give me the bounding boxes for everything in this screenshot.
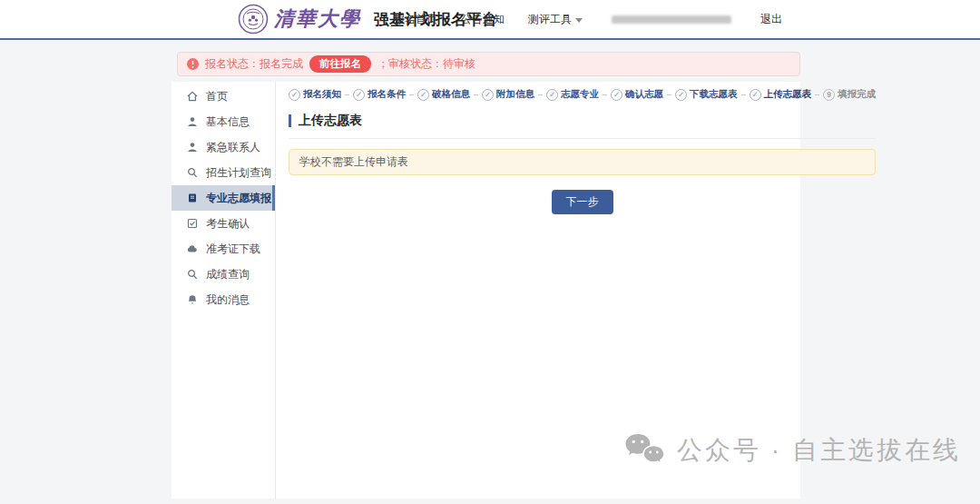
step-done-icon: ✓ [675,89,687,101]
user-icon [187,116,198,127]
step-done-icon: ✓ [546,89,558,101]
step-separator [409,94,414,95]
step-separator [345,94,349,95]
university-seal-icon [238,4,269,35]
sidebar-item-candidate-confirm[interactable]: 考生确认 [172,211,275,236]
sidebar-item-ticket-download[interactable]: 准考证下载 [172,236,275,262]
step-separator [667,94,671,95]
step-complete: 9 填报完成 [823,88,876,101]
step-separator [538,94,543,95]
sidebar-item-emergency-contact[interactable]: 紧急联系人 [172,134,275,160]
step-download-form: ✓ 下载志愿表 [675,88,738,101]
step-separator [815,94,819,95]
next-step-button[interactable]: 下一步 [552,190,613,214]
user-icon [187,142,198,153]
status-alert-bar: 报名状态：报名完成 前往报名 ；审核状态：待审核 [177,52,800,76]
nav-item-label: 公告通知 [461,12,505,27]
top-navigation: 报名首页 公告通知 测评工具 退出 [394,0,782,38]
step-done-icon: ✓ [750,89,761,101]
form-icon [187,193,198,203]
notice-box: 学校不需要上传申请表 [289,149,876,175]
section-header: 上传志愿表 [289,113,876,139]
step-done-icon: ✓ [353,89,365,101]
nav-item-tools[interactable]: 测评工具 [528,12,583,27]
section-title: 上传志愿表 [299,113,362,129]
registration-status-text: 报名状态：报名完成 [205,56,303,72]
university-name: 清華大學 [274,5,361,33]
sidebar-item-label: 紧急联系人 [206,140,260,155]
home-icon [187,91,198,102]
step-done-icon: ✓ [482,89,494,101]
nav-item-announcements[interactable]: 公告通知 [461,12,505,27]
step-separator [741,94,746,95]
nav-item-home[interactable]: 报名首页 [394,12,437,27]
sidebar: 首页 基本信息 紧急联系人 招生计划查询 专业志愿填报 [172,82,276,499]
sidebar-item-label: 基本信息 [206,114,250,130]
chevron-down-icon [575,18,583,23]
sidebar-item-label: 准考证下载 [206,242,260,257]
step-confirm-preference: ✓ 确认志愿 [611,88,663,101]
app-header: 清華大學 强基计划报名平台 报名首页 公告通知 测评工具 退出 [0,0,980,40]
section-accent-bar [289,114,291,127]
sidebar-item-label: 专业志愿填报 [206,191,271,206]
step-separator [474,94,478,95]
step-upload-form: ✓ 上传志愿表 [750,88,812,101]
sidebar-item-score-query[interactable]: 成绩查询 [172,262,275,287]
sidebar-item-basic-info[interactable]: 基本信息 [172,109,275,134]
bell-icon [187,294,198,305]
content-area: ✓ 报名须知 ✓ 报名条件 ✓ 破格信息 ✓ 附加信息 ✓ 志愿专业 ✓ 确认志… [276,82,889,499]
search-icon [187,167,198,178]
main-card: 首页 基本信息 紧急联系人 招生计划查询 专业志愿填报 [172,82,800,499]
sidebar-item-admission-plan[interactable]: 招生计划查询 [172,160,275,185]
step-preferred-major: ✓ 志愿专业 [546,88,599,101]
nav-item-label: 测评工具 [528,12,572,27]
sidebar-item-label: 成绩查询 [206,267,250,282]
progress-steps: ✓ 报名须知 ✓ 报名条件 ✓ 破格信息 ✓ 附加信息 ✓ 志愿专业 ✓ 确认志… [289,88,876,101]
sidebar-item-label: 招生计划查询 [206,165,271,181]
step-number-icon: 9 [823,89,835,101]
sidebar-item-label: 首页 [206,89,228,104]
cloud-download-icon [187,243,198,254]
user-name-redacted [612,15,731,24]
sidebar-item-my-messages[interactable]: 我的消息 [172,287,275,312]
sidebar-item-home[interactable]: 首页 [172,84,275,109]
sidebar-item-major-preference[interactable]: 专业志愿填报 [172,185,275,211]
step-additional-info: ✓ 附加信息 [482,88,534,101]
step-separator [603,94,607,95]
check-square-icon [187,218,198,229]
step-done-icon: ✓ [611,89,622,101]
step-conditions: ✓ 报名条件 [353,88,406,101]
search-icon [187,269,198,280]
logout-link[interactable]: 退出 [760,12,782,27]
go-register-button[interactable]: 前往报名 [309,55,371,73]
review-status-text: ；审核状态：待审核 [377,56,475,72]
sidebar-item-label: 我的消息 [206,292,250,308]
step-done-icon: ✓ [417,89,429,101]
step-done-icon: ✓ [289,89,300,101]
sidebar-item-label: 考生确认 [206,216,250,232]
logout-label: 退出 [760,12,782,27]
step-notice: ✓ 报名须知 [289,88,341,101]
alert-icon [187,58,199,70]
nav-item-label: 报名首页 [394,12,437,27]
step-exception-info: ✓ 破格信息 [417,88,470,101]
